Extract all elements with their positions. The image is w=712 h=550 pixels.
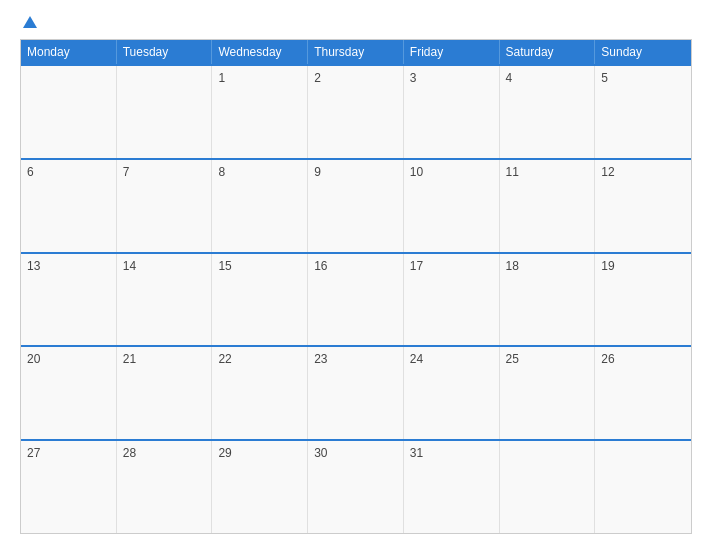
day-number: 15 — [218, 259, 231, 273]
day-number: 4 — [506, 71, 513, 85]
day-number: 20 — [27, 352, 40, 366]
calendar-cell: 24 — [404, 347, 500, 439]
day-number: 12 — [601, 165, 614, 179]
calendar-cell: 27 — [21, 441, 117, 533]
calendar-cell: 26 — [595, 347, 691, 439]
day-number: 18 — [506, 259, 519, 273]
day-number: 25 — [506, 352, 519, 366]
calendar-cell: 28 — [117, 441, 213, 533]
day-number: 27 — [27, 446, 40, 460]
calendar-cell: 30 — [308, 441, 404, 533]
calendar-cell — [500, 441, 596, 533]
logo-blue-text — [20, 16, 37, 29]
header-wednesday: Wednesday — [212, 40, 308, 64]
day-number: 26 — [601, 352, 614, 366]
calendar-cell: 11 — [500, 160, 596, 252]
logo — [20, 16, 37, 29]
calendar-cell: 17 — [404, 254, 500, 346]
calendar-cell: 2 — [308, 66, 404, 158]
day-number: 21 — [123, 352, 136, 366]
day-number: 5 — [601, 71, 608, 85]
calendar-cell: 19 — [595, 254, 691, 346]
day-number: 30 — [314, 446, 327, 460]
calendar-cell — [21, 66, 117, 158]
calendar-cell: 10 — [404, 160, 500, 252]
calendar-body: 1234567891011121314151617181920212223242… — [21, 64, 691, 533]
day-number: 16 — [314, 259, 327, 273]
calendar-cell: 5 — [595, 66, 691, 158]
calendar-cell: 12 — [595, 160, 691, 252]
day-number: 24 — [410, 352, 423, 366]
day-number: 8 — [218, 165, 225, 179]
calendar: Monday Tuesday Wednesday Thursday Friday… — [20, 39, 692, 534]
calendar-cell — [595, 441, 691, 533]
day-number: 11 — [506, 165, 519, 179]
day-number: 23 — [314, 352, 327, 366]
calendar-cell: 25 — [500, 347, 596, 439]
day-number: 14 — [123, 259, 136, 273]
day-number: 31 — [410, 446, 423, 460]
calendar-week-2: 6789101112 — [21, 158, 691, 252]
calendar-cell: 14 — [117, 254, 213, 346]
day-number: 13 — [27, 259, 40, 273]
calendar-cell: 6 — [21, 160, 117, 252]
calendar-cell: 1 — [212, 66, 308, 158]
header-sunday: Sunday — [595, 40, 691, 64]
calendar-cell: 21 — [117, 347, 213, 439]
calendar-cell: 13 — [21, 254, 117, 346]
day-number: 2 — [314, 71, 321, 85]
day-number: 3 — [410, 71, 417, 85]
day-number: 6 — [27, 165, 34, 179]
calendar-cell: 23 — [308, 347, 404, 439]
calendar-week-3: 13141516171819 — [21, 252, 691, 346]
calendar-cell: 20 — [21, 347, 117, 439]
day-number: 1 — [218, 71, 225, 85]
calendar-cell: 4 — [500, 66, 596, 158]
calendar-cell: 8 — [212, 160, 308, 252]
calendar-cell: 15 — [212, 254, 308, 346]
calendar-cell: 7 — [117, 160, 213, 252]
header-tuesday: Tuesday — [117, 40, 213, 64]
day-number: 17 — [410, 259, 423, 273]
calendar-week-5: 2728293031 — [21, 439, 691, 533]
header-friday: Friday — [404, 40, 500, 64]
calendar-header: Monday Tuesday Wednesday Thursday Friday… — [21, 40, 691, 64]
calendar-week-4: 20212223242526 — [21, 345, 691, 439]
calendar-cell: 31 — [404, 441, 500, 533]
calendar-week-1: 12345 — [21, 64, 691, 158]
calendar-cell: 18 — [500, 254, 596, 346]
calendar-cell: 16 — [308, 254, 404, 346]
day-number: 28 — [123, 446, 136, 460]
calendar-cell: 9 — [308, 160, 404, 252]
day-number: 19 — [601, 259, 614, 273]
header-saturday: Saturday — [500, 40, 596, 64]
calendar-cell: 22 — [212, 347, 308, 439]
day-number: 10 — [410, 165, 423, 179]
calendar-cell: 3 — [404, 66, 500, 158]
day-number: 9 — [314, 165, 321, 179]
header-thursday: Thursday — [308, 40, 404, 64]
header — [20, 16, 692, 29]
day-number: 22 — [218, 352, 231, 366]
calendar-cell: 29 — [212, 441, 308, 533]
day-number: 7 — [123, 165, 130, 179]
day-number: 29 — [218, 446, 231, 460]
page: Monday Tuesday Wednesday Thursday Friday… — [0, 0, 712, 550]
logo-triangle-icon — [23, 16, 37, 28]
calendar-cell — [117, 66, 213, 158]
header-monday: Monday — [21, 40, 117, 64]
